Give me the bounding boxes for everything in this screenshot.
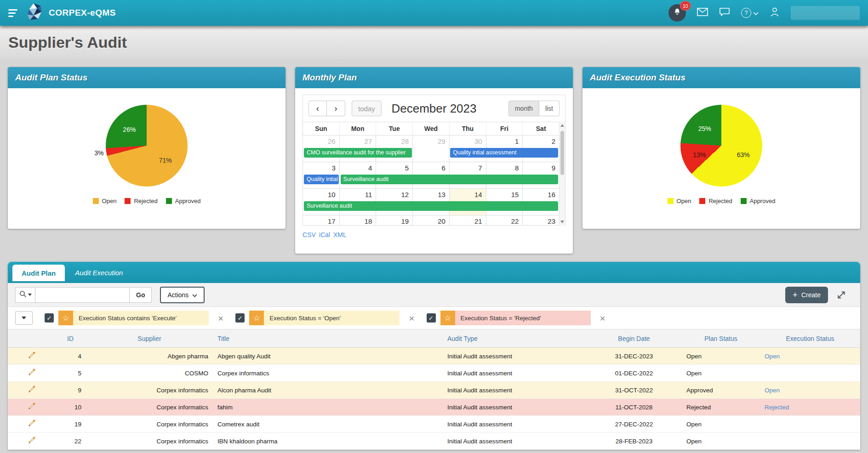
calendar-prev-button[interactable]: ‹ <box>308 101 327 116</box>
user-menu-button[interactable] <box>770 7 780 19</box>
pie-chart[interactable] <box>680 105 762 187</box>
chat-button[interactable] <box>719 7 730 18</box>
close-icon[interactable]: × <box>600 313 605 323</box>
export-link-ical[interactable]: iCal <box>319 231 330 238</box>
search-input[interactable] <box>35 287 130 303</box>
audit-report-section: Audit Plan Audit Execution Go Actions <box>8 262 860 450</box>
calendar-day-cell[interactable]: 21 <box>449 215 486 225</box>
cell-supplier: Corpex informatics <box>86 382 213 399</box>
calendar-day-cell[interactable]: 23 <box>522 215 559 225</box>
execution-status-link[interactable]: Open <box>765 387 780 394</box>
cell-execution-status: Open <box>760 382 860 399</box>
star-icon[interactable]: ☆ <box>440 311 455 325</box>
calendar-day-cell[interactable]: 17 <box>303 215 339 225</box>
edit-icon[interactable] <box>27 351 36 360</box>
maximize-icon[interactable] <box>836 290 846 300</box>
calendar-day-cell[interactable]: 20 <box>412 215 449 225</box>
tab-audit-plan[interactable]: Audit Plan <box>12 265 65 283</box>
cell-audit-type: Initial Audit assessment <box>443 433 586 450</box>
pie-slice-label: 3% <box>94 149 103 157</box>
create-button[interactable]: + Create <box>785 287 828 303</box>
actions-button[interactable]: Actions <box>160 287 205 303</box>
filter-checkbox[interactable]: ✓ <box>45 313 54 323</box>
column-header[interactable]: Execution Status <box>760 329 860 348</box>
cell-title: Corpex informatics <box>213 365 443 382</box>
star-icon[interactable]: ☆ <box>249 311 264 325</box>
column-header[interactable]: ID <box>55 329 86 348</box>
execution-status-link[interactable]: Open <box>765 353 780 360</box>
scrollbar-thumb[interactable] <box>560 131 564 175</box>
column-header[interactable] <box>8 329 55 348</box>
edit-icon[interactable] <box>27 385 36 394</box>
edit-icon[interactable] <box>27 436 36 445</box>
day-header: Fri <box>486 122 523 135</box>
close-icon[interactable]: × <box>409 313 414 323</box>
column-header[interactable]: Plan Status <box>682 329 760 348</box>
caret-down-icon <box>28 294 32 296</box>
legend-swatch <box>668 198 674 204</box>
day-header: Tue <box>376 122 412 135</box>
tab-audit-execution[interactable]: Audit Execution <box>65 262 133 283</box>
calendar-day-cell[interactable]: 18 <box>339 215 376 225</box>
hamburger-menu-icon[interactable] <box>8 9 17 17</box>
calendar-day-cell[interactable]: 19 <box>376 215 412 225</box>
column-header[interactable]: Supplier <box>86 329 213 348</box>
column-header[interactable]: Begin Date <box>586 329 682 348</box>
caret-down-icon <box>22 317 26 319</box>
calendar-day-cell[interactable]: 22 <box>486 215 523 225</box>
monthly-plan-header: Monthly Plan <box>295 67 573 88</box>
cell-audit-type: Initial Audit assessment <box>443 365 586 382</box>
edit-cell <box>8 433 55 450</box>
close-icon[interactable]: × <box>218 313 223 323</box>
day-header: Mon <box>339 122 376 135</box>
column-header[interactable]: Audit Type <box>443 329 586 348</box>
edit-icon[interactable] <box>27 419 36 428</box>
column-header[interactable]: Title <box>213 329 443 348</box>
calendar-next-button[interactable]: › <box>327 101 345 116</box>
calendar-today-button[interactable]: today <box>352 101 382 116</box>
filter-dropdown-button[interactable] <box>15 311 33 325</box>
help-menu-button[interactable]: ? <box>741 8 759 18</box>
cell-title: fahim <box>213 399 443 416</box>
filter-checkbox[interactable]: ✓ <box>235 313 245 323</box>
calendar-month-view-button[interactable]: month <box>508 101 539 116</box>
notifications-button[interactable]: 10 <box>668 4 686 22</box>
cell-plan-status: Open <box>682 433 760 450</box>
go-button[interactable]: Go <box>130 287 152 303</box>
calendar-scrollbar[interactable] <box>559 122 565 226</box>
calendar-event[interactable]: Quality intial assessment <box>450 148 558 158</box>
pie-slice-label: 26% <box>123 126 136 133</box>
export-link-xml[interactable]: XML <box>333 231 347 238</box>
search-options-button[interactable] <box>15 287 35 303</box>
calendar-event[interactable]: CMO surveillance audit for the supplier <box>304 148 412 158</box>
monthly-plan-card: Monthly Plan ‹ › today December 2023 mon… <box>295 67 573 254</box>
star-icon[interactable]: ☆ <box>58 311 73 325</box>
legend-swatch <box>125 198 131 204</box>
user-account-area[interactable] <box>791 6 860 20</box>
calendar-event[interactable]: Quality intial <box>304 175 339 184</box>
export-link-csv[interactable]: CSV <box>303 231 316 238</box>
cell-audit-type: Initial Audit assessment <box>443 348 586 365</box>
calendar-event[interactable]: Surveillance audit <box>341 175 558 184</box>
cell-plan-status: Rejected <box>682 399 760 416</box>
calendar-export-links: CSViCalXML <box>303 231 565 238</box>
legend-swatch <box>741 198 747 204</box>
cell-supplier: COSMO <box>86 365 213 382</box>
scroll-up-icon[interactable] <box>560 124 564 127</box>
scroll-down-icon[interactable] <box>560 221 564 223</box>
chat-bubble-icon <box>719 7 730 18</box>
execution-status-link[interactable]: Rejected <box>765 404 789 411</box>
calendar-event[interactable]: Surveillance audit <box>304 201 558 211</box>
brand[interactable]: CORPEX-eQMS <box>25 2 116 23</box>
edit-icon[interactable] <box>27 368 36 377</box>
edit-icon[interactable] <box>27 402 36 411</box>
chevron-right-icon: › <box>334 103 337 113</box>
day-header: Wed <box>412 122 449 135</box>
table-row: 5 COSMO Corpex informatics Initial Audit… <box>8 365 860 382</box>
cell-execution-status: Open <box>760 348 860 365</box>
calendar-list-view-button[interactable]: list <box>539 101 560 116</box>
pie-chart[interactable] <box>106 105 188 187</box>
filter-checkbox[interactable]: ✓ <box>427 313 436 323</box>
mail-button[interactable] <box>697 8 708 18</box>
cell-begin-date: 01-DEC-2022 <box>586 365 682 382</box>
